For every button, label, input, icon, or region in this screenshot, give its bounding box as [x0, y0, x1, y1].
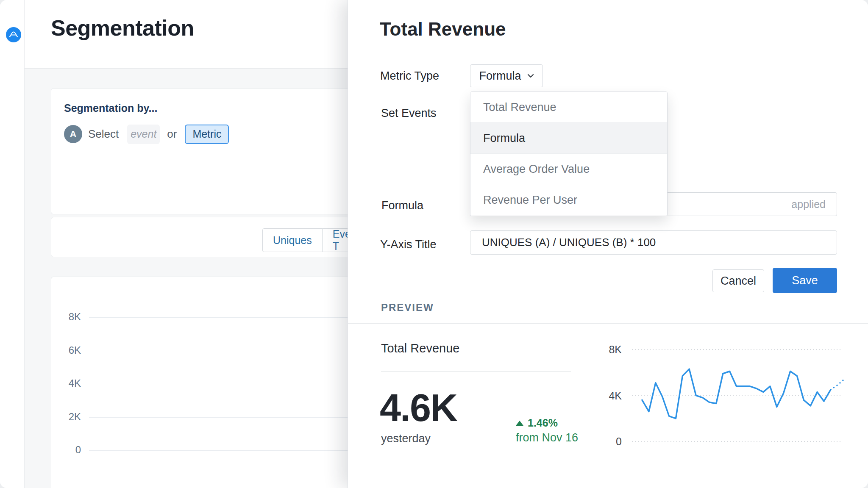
- metric-editor-title: Total Revenue: [380, 19, 506, 40]
- segmentation-by-card: Segmentation by... A Select event or Met…: [51, 88, 374, 214]
- gridline: [89, 351, 371, 351]
- chart-controls-card: UniquesEvent T: [51, 217, 374, 257]
- dropdown-option-formula[interactable]: Formula: [470, 123, 667, 154]
- preview-metric-title: Total Revenue: [381, 341, 459, 355]
- segmentation-by-heading: Segmentation by...: [64, 102, 157, 114]
- event-selector-row: A Select event or Metric: [64, 124, 229, 144]
- gridline: [89, 384, 371, 384]
- spark-tick-label: 8K: [602, 344, 622, 356]
- dropdown-option-average-order-value[interactable]: Average Order Value: [470, 154, 667, 185]
- y-axis-title-label: Y-Axis Title: [380, 238, 437, 251]
- tab-uniques[interactable]: Uniques: [262, 228, 323, 252]
- y-tick-label: 6K: [57, 344, 81, 356]
- preview-change-pct: 1.46%: [528, 417, 558, 429]
- or-label: or: [167, 128, 177, 141]
- formula-applied-status: applied: [791, 198, 826, 211]
- cancel-button[interactable]: Cancel: [712, 269, 764, 292]
- preview-period-label: yesterday: [381, 432, 431, 445]
- gridline: [89, 317, 371, 318]
- chevron-down-icon: [527, 74, 534, 78]
- metric-type-value: Formula: [479, 69, 521, 83]
- series-a-badge: A: [64, 125, 82, 143]
- formula-label: Formula: [381, 199, 423, 212]
- metric-button[interactable]: Metric: [185, 125, 229, 144]
- metric-editor-panel: Total Revenue Metric Type Formula Set Ev…: [348, 0, 868, 488]
- spark-tick-label: 4K: [602, 390, 622, 402]
- gridline: [89, 450, 371, 451]
- dropdown-option-revenue-per-user[interactable]: Revenue Per User: [470, 185, 667, 216]
- y-tick-label: 2K: [57, 411, 81, 423]
- left-nav-rail: [0, 0, 25, 488]
- y-tick-label: 8K: [57, 311, 81, 323]
- select-label: Select: [88, 128, 119, 141]
- preview-change: 1.46%: [516, 417, 558, 429]
- amplitude-wave-icon: [8, 30, 19, 40]
- preview-change-from: from Nov 16: [516, 431, 578, 444]
- dropdown-option-total-revenue[interactable]: Total Revenue: [470, 92, 667, 123]
- sparkline-series: [642, 369, 831, 419]
- amplitude-logo-icon[interactable]: [6, 27, 21, 42]
- preview-big-value: 4.6K: [380, 386, 457, 430]
- y-axis-title-input[interactable]: [470, 230, 837, 255]
- preview-metric-underline: [381, 372, 571, 372]
- metric-type-dropdown-menu: Total RevenueFormulaAverage Order ValueR…: [470, 92, 668, 216]
- sparkline-projection-dotted: [831, 380, 844, 390]
- triangle-up-icon: [516, 421, 523, 426]
- y-tick-label: 4K: [57, 377, 81, 389]
- app-window: Segmentation Segmentation by... A Select…: [0, 0, 868, 488]
- segmentation-chart-card: 8K6K4K2K0: [51, 277, 374, 488]
- metric-type-label: Metric Type: [380, 69, 439, 83]
- sparkline-svg: [626, 338, 846, 451]
- set-events-label: Set Events: [381, 107, 437, 120]
- page-title: Segmentation: [51, 15, 194, 41]
- spark-tick-label: 0: [602, 435, 622, 448]
- preview-sparkline-chart: 8K4K0: [602, 338, 848, 451]
- save-button[interactable]: Save: [773, 268, 837, 293]
- metric-type-dropdown-button[interactable]: Formula: [470, 64, 543, 87]
- event-placeholder-chip[interactable]: event: [127, 125, 160, 144]
- preview-divider: [348, 323, 868, 324]
- y-tick-label: 0: [57, 444, 81, 456]
- preview-section-label: PREVIEW: [381, 302, 434, 313]
- y-axis-title-field: [470, 230, 837, 255]
- gridline: [89, 417, 371, 418]
